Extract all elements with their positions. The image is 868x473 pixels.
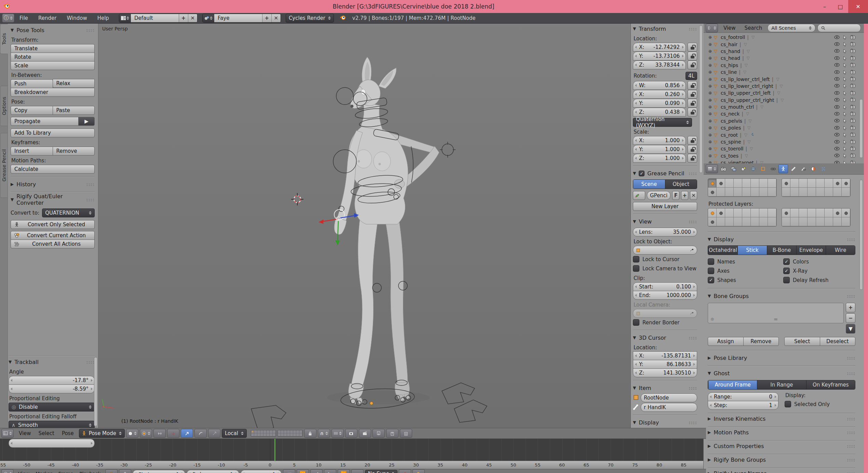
expand-plus-icon[interactable]: ⊕ <box>708 77 714 82</box>
viewport-shading-select[interactable] <box>126 429 138 438</box>
display-mode-option[interactable]: Wire <box>826 246 855 255</box>
armature-layer-cell[interactable] <box>734 217 742 226</box>
outliner-row[interactable]: ⊕ ▽ cs_neck | ▽ <box>704 110 864 117</box>
close-button[interactable]: ✕ <box>848 0 868 13</box>
protected-layers-right[interactable] <box>782 208 851 227</box>
armature-layer-cell[interactable] <box>759 188 768 197</box>
pose-library-panel-header[interactable]: ▶ Pose Library :::: <box>708 353 855 363</box>
expand-plus-icon[interactable]: ⊕ <box>708 56 714 60</box>
render-opengl-anim-button[interactable] <box>359 429 371 438</box>
local-camera-field[interactable] <box>633 309 697 318</box>
armature-layers-left[interactable] <box>708 178 777 197</box>
expand-plus-icon[interactable]: ⊕ <box>708 119 714 123</box>
bone-group-specials-menu[interactable]: ▼ <box>846 324 855 334</box>
outliner-item-name[interactable]: cs_pelvis <box>721 118 742 124</box>
checkbox[interactable] <box>783 277 790 283</box>
armature-layers-mini-left[interactable] <box>251 430 276 437</box>
panel-drag-grip[interactable]: :::: <box>847 294 855 299</box>
armature-layer-cell[interactable] <box>708 208 717 217</box>
selected-only-row[interactable]: Selected Only <box>785 400 855 409</box>
timeline-canvas[interactable] <box>0 438 703 461</box>
armature-layer-cell[interactable] <box>816 188 825 197</box>
camera-renderable-icon[interactable] <box>850 98 855 102</box>
armature-layer-cell[interactable] <box>768 217 776 226</box>
remove-layout-button[interactable]: ✕ <box>188 14 197 22</box>
eye-visibility-icon[interactable] <box>834 77 840 81</box>
relax-button[interactable]: Relax <box>53 79 95 88</box>
armature-layer-cell[interactable] <box>708 217 717 226</box>
pose-copy-button[interactable] <box>372 429 385 438</box>
cursor-selectable-icon[interactable] <box>843 153 847 158</box>
armature-layer-cell[interactable] <box>260 433 263 436</box>
n-panel-scrollbar[interactable] <box>699 25 703 173</box>
outliner-row[interactable]: ⊕ ▽ cs_toeroll | ▽ <box>704 145 864 152</box>
armature-layer-cell[interactable] <box>759 217 768 226</box>
bone-group-deselect-button[interactable]: Deselect <box>820 337 856 346</box>
remove-keyframe-button[interactable]: Remove <box>53 147 95 156</box>
armature-layer-cell[interactable] <box>825 188 833 197</box>
armature-layer-cell[interactable] <box>742 208 751 217</box>
sync-mode-select[interactable]: No Sync <box>365 470 397 473</box>
expand-plus-icon[interactable]: ⊕ <box>708 111 714 116</box>
expand-plus-icon[interactable]: ⊕ <box>708 35 714 40</box>
trackball-panel-header[interactable]: ▼ Trackball :::: <box>9 357 95 367</box>
lock-to-cursor-checkbox[interactable] <box>633 256 639 262</box>
armature-layer-cell[interactable] <box>759 208 768 217</box>
snap-toggle[interactable]: ∩ <box>318 429 330 438</box>
lock-icon-button[interactable] <box>688 90 697 99</box>
outliner-row[interactable]: ⊕ ▽ cs_lip_upper_ctrl_right | ▽ <box>704 97 864 104</box>
cursor-selectable-icon[interactable] <box>843 91 847 95</box>
armature-layers-mini-right[interactable] <box>277 430 303 437</box>
location-axis-field[interactable]: Y:-13.73106 <box>633 52 686 60</box>
record-autokey-toggle[interactable] <box>399 469 411 473</box>
eyedropper-icon[interactable] <box>690 247 694 253</box>
camera-renderable-icon[interactable] <box>850 133 855 137</box>
armature-layer-cell[interactable] <box>717 208 725 217</box>
eye-visibility-icon[interactable] <box>834 63 840 67</box>
outliner-item-name[interactable]: cs_hand <box>721 49 740 54</box>
outliner-row[interactable]: ⊕ ▽ cs_pelvis | ▽ <box>704 118 864 124</box>
tab-world-icon[interactable] <box>749 165 758 173</box>
screen-layout-selector[interactable]: Default + ✕ <box>119 14 198 23</box>
panel-drag-grip[interactable]: :::: <box>847 416 855 421</box>
cursor-selectable-icon[interactable] <box>843 112 847 116</box>
ghost-type-option[interactable]: On Keyframes <box>806 380 855 389</box>
ghost-type-option[interactable]: Around Frame <box>708 380 757 389</box>
outliner-row[interactable]: ⊕ ▽ cs_spine | ▽ <box>704 138 864 145</box>
armature-layer-cell[interactable] <box>808 179 816 188</box>
armature-layer-cell[interactable] <box>281 430 284 433</box>
editor-type-timeline-icon[interactable] <box>1 469 14 473</box>
armature-layer-cell[interactable] <box>725 208 734 217</box>
checkbox[interactable] <box>783 268 790 274</box>
tab-scene-icon[interactable] <box>739 165 748 173</box>
armature-layer-cell[interactable] <box>708 188 717 197</box>
propagate-options-arrow[interactable]: ▶ <box>78 117 95 126</box>
display-mode-option[interactable]: B-Bone <box>767 246 796 255</box>
menu-item[interactable]: Render <box>33 15 62 21</box>
armature-layer-cell[interactable] <box>725 179 734 188</box>
outliner-item-name[interactable]: cs_lip_lower_ctrl_right <box>721 83 773 89</box>
timeline-menu-item[interactable]: Playback <box>76 471 104 473</box>
tab-grease-pencil[interactable]: Grease Pencil <box>0 133 8 198</box>
tab-physics-icon[interactable] <box>809 165 818 173</box>
armature-layer-cell[interactable] <box>293 433 296 436</box>
transform-orientation-select[interactable]: Local <box>222 429 247 438</box>
panel-drag-grip[interactable]: :::: <box>847 430 855 435</box>
bone-group-assign-button[interactable]: Assign <box>708 337 744 346</box>
display-panel-header[interactable]: ▼ Display :::: <box>708 234 855 244</box>
armature-layer-cell[interactable] <box>281 433 284 436</box>
eye-visibility-icon[interactable] <box>834 91 840 95</box>
armature-layer-cell[interactable] <box>290 433 293 436</box>
scale-axis-field[interactable]: Z:1.000 <box>633 154 686 163</box>
lock-modes-toggle[interactable] <box>304 429 316 438</box>
cursor-selectable-icon[interactable] <box>843 133 847 137</box>
cursor-selectable-icon[interactable] <box>843 77 847 81</box>
lock-icon-button[interactable] <box>688 145 697 154</box>
camera-renderable-icon[interactable] <box>850 42 855 46</box>
viewport-canvas[interactable] <box>98 23 630 428</box>
outliner-item-name[interactable]: cs_hips <box>721 63 738 68</box>
panel-drag-grip[interactable]: :::: <box>847 355 855 361</box>
lock-icon-button[interactable] <box>688 154 697 163</box>
outliner-item-name[interactable]: cs_neck <box>721 111 740 117</box>
expand-plus-icon[interactable]: ⊕ <box>708 70 714 75</box>
